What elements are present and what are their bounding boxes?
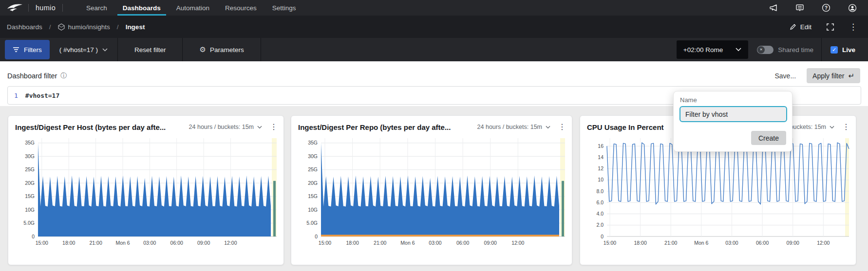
account-icon[interactable]: [848, 3, 857, 13]
active-filter-label: ( #vhost=17 ): [59, 46, 98, 54]
live-label: Live: [842, 46, 855, 54]
svg-text:21:00: 21:00: [374, 240, 386, 246]
editor-line-number: 1: [14, 92, 18, 99]
announcements-icon[interactable]: [769, 3, 778, 13]
feedback-icon[interactable]: [795, 3, 805, 13]
nav-item-dashboards[interactable]: Dashboards: [117, 0, 166, 16]
svg-text:14: 14: [598, 154, 604, 160]
live-checkbox[interactable]: ✓: [830, 46, 838, 54]
breadcrumb-repository[interactable]: humio/insights: [58, 23, 110, 31]
svg-text:10: 10: [598, 177, 604, 182]
chevron-down-icon: [257, 126, 262, 129]
widget-ingest-per-repo: Ingest/Digest Per Repo (bytes per day af…: [291, 115, 572, 265]
filters-label: Filters: [24, 46, 42, 54]
chevron-down-icon: [102, 48, 108, 52]
active-filter-dropdown[interactable]: ( #vhost=17 ): [50, 38, 117, 61]
reset-filter-label: Reset filter: [134, 46, 166, 54]
widget-menu-button[interactable]: ⋮: [558, 123, 566, 131]
svg-text:15G: 15G: [25, 193, 35, 199]
widget-title: Ingest/Digest Per Repo (bytes per day af…: [298, 123, 451, 131]
breadcrumb-repo-label: humio/insights: [68, 23, 110, 31]
svg-text:0: 0: [601, 234, 604, 239]
time-range-dropdown[interactable]: 24 hours / buckets: 15m: [477, 124, 550, 130]
time-range-dropdown[interactable]: 24 hours / buckets: 15m: [189, 124, 262, 130]
nav-item-automation[interactable]: Automation: [171, 0, 215, 16]
svg-text:03:00: 03:00: [429, 240, 441, 246]
apply-filter-label: Apply filter: [812, 72, 844, 80]
svg-text:12:00: 12:00: [511, 240, 524, 246]
chevron-down-icon: [830, 126, 834, 129]
widget-title: Ingest/Digest Per Host (bytes per day af…: [15, 123, 166, 131]
svg-text:18:00: 18:00: [346, 240, 359, 246]
svg-text:4.0: 4.0: [596, 211, 604, 217]
time-range-label: 24 hours / buckets: 15m: [189, 124, 254, 130]
create-button[interactable]: Create: [751, 131, 786, 145]
svg-text:18:00: 18:00: [634, 240, 646, 246]
parameters-button[interactable]: ⚙ Parameters: [183, 38, 260, 61]
svg-text:09:00: 09:00: [787, 240, 799, 246]
reset-filter-button[interactable]: Reset filter: [118, 38, 183, 61]
svg-text:09:00: 09:00: [484, 240, 497, 246]
svg-text:5.0G: 5.0G: [306, 220, 318, 226]
more-options-button[interactable]: ⋮: [849, 23, 857, 31]
chart-canvas[interactable]: 05.0G10G15G20G25G30G35G15:0018:0021:00Mo…: [293, 134, 570, 252]
help-icon[interactable]: ?: [821, 3, 831, 13]
chart-canvas[interactable]: 02.04.06.08.01012141615:0018:0021:00Mon …: [582, 134, 854, 252]
breadcrumb-dashboards[interactable]: Dashboards: [7, 23, 42, 31]
divider: [28, 4, 29, 12]
svg-text:15:00: 15:00: [319, 240, 331, 246]
crowdstrike-falcon-logo-icon[interactable]: [7, 2, 23, 13]
save-filter-popup: Name Create: [673, 91, 793, 152]
save-filter-button[interactable]: Save...: [774, 72, 796, 80]
svg-text:35G: 35G: [25, 140, 35, 145]
svg-text:2.0: 2.0: [596, 222, 604, 228]
gear-icon: ⚙: [199, 45, 206, 54]
brand-name[interactable]: humio: [36, 4, 56, 12]
svg-text:16: 16: [598, 143, 604, 149]
svg-text:10G: 10G: [25, 207, 35, 213]
svg-text:06:00: 06:00: [756, 240, 769, 246]
breadcrumb-separator: /: [117, 23, 119, 31]
svg-text:21:00: 21:00: [664, 240, 677, 246]
svg-text:20G: 20G: [308, 180, 318, 186]
edit-label: Edit: [800, 23, 811, 31]
divider: [62, 4, 63, 12]
time-range-label: 24 hours / buckets: 15m: [477, 124, 542, 130]
svg-text:12: 12: [598, 165, 604, 171]
nav-item-resources[interactable]: Resources: [220, 0, 262, 16]
chart-canvas[interactable]: 05.0G10G15G20G25G30G35G15:0018:0021:00Mo…: [10, 134, 282, 252]
fullscreen-button[interactable]: [826, 23, 834, 31]
svg-text:Mon 6: Mon 6: [694, 240, 708, 246]
svg-text:15:00: 15:00: [604, 240, 616, 246]
dashboard-filter-bar: Filters ( #vhost=17 ) Reset filter ⚙ Par…: [0, 38, 868, 61]
svg-text:0: 0: [32, 234, 35, 239]
svg-text:Mon 6: Mon 6: [115, 240, 130, 246]
filters-button[interactable]: Filters: [5, 40, 50, 59]
widget-menu-button[interactable]: ⋮: [842, 123, 850, 131]
svg-text:20G: 20G: [25, 180, 35, 186]
svg-text:21:00: 21:00: [89, 240, 102, 246]
info-icon[interactable]: ⓘ: [60, 72, 67, 80]
filter-name-input[interactable]: [679, 106, 787, 122]
nav-item-settings[interactable]: Settings: [267, 0, 302, 16]
breadcrumb-separator: /: [49, 23, 51, 31]
svg-text:30G: 30G: [25, 153, 35, 159]
svg-text:5.0G: 5.0G: [23, 220, 35, 226]
edit-button[interactable]: Edit: [789, 23, 811, 31]
svg-text:8.0: 8.0: [596, 188, 604, 194]
apply-filter-button[interactable]: Apply filter ↵: [807, 68, 860, 83]
pencil-icon: [789, 23, 797, 31]
shared-time-toggle[interactable]: ✕: [757, 46, 774, 54]
popup-name-label: Name: [680, 96, 792, 104]
svg-text:15:00: 15:00: [36, 240, 48, 246]
svg-text:35G: 35G: [308, 140, 318, 145]
svg-text:12:00: 12:00: [224, 240, 237, 246]
svg-text:25G: 25G: [308, 166, 318, 172]
widget-menu-button[interactable]: ⋮: [270, 123, 278, 131]
nav-item-search[interactable]: Search: [81, 0, 113, 16]
widget-title: CPU Usage In Percent: [587, 123, 664, 131]
svg-text:18:00: 18:00: [62, 240, 75, 246]
timezone-dropdown[interactable]: +02:00 Rome: [677, 40, 748, 59]
repo-hexagon-icon: [58, 23, 65, 31]
svg-text:?: ?: [825, 5, 828, 11]
